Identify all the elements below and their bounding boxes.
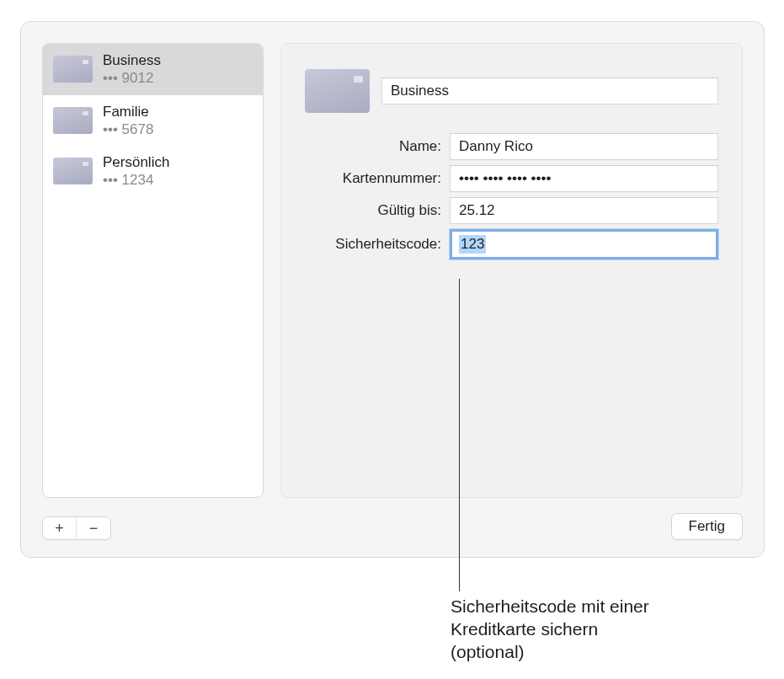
cvv-value: 123 <box>459 235 486 254</box>
card-list-item-familie[interactable]: Familie ••• 5678 <box>43 95 263 147</box>
add-remove-buttons: + − <box>42 516 111 540</box>
form-row-cvv: Sicherheitscode: 123 <box>305 229 718 259</box>
plus-icon: + <box>55 520 64 537</box>
cvv-label: Sicherheitscode: <box>305 236 441 253</box>
cvv-input-wrap: 123 <box>450 229 718 259</box>
expiry-input[interactable] <box>450 197 718 224</box>
minus-icon: − <box>89 520 99 537</box>
footer: + − Fertig <box>42 513 743 540</box>
main-area: Business ••• 9012 Familie ••• 5678 Persö… <box>42 43 743 498</box>
card-list-item-business[interactable]: Business ••• 9012 <box>43 44 263 95</box>
card-detail-pane: Name: Kartennummer: Gültig bis: Sicherhe… <box>280 43 743 498</box>
credit-card-icon <box>53 107 93 134</box>
card-title: Familie <box>103 103 153 120</box>
detail-header <box>305 69 718 113</box>
expiry-label: Gültig bis: <box>305 202 441 219</box>
name-label: Name: <box>305 138 441 155</box>
callout-text: Sicherheitscode mit einer Kreditkarte si… <box>451 596 669 664</box>
form-row-name: Name: <box>305 133 718 160</box>
credit-card-settings-window: Business ••• 9012 Familie ••• 5678 Persö… <box>20 21 765 558</box>
card-title: Business <box>103 51 161 69</box>
form-row-expiry: Gültig bis: <box>305 197 718 224</box>
card-masked-number: ••• 9012 <box>103 69 161 87</box>
remove-button[interactable]: − <box>77 517 110 539</box>
card-list-item-text: Business ••• 9012 <box>103 51 161 88</box>
card-list-item-text: Familie ••• 5678 <box>103 103 153 139</box>
name-input[interactable] <box>450 133 718 160</box>
number-label: Kartennummer: <box>305 170 441 187</box>
cvv-input[interactable]: 123 <box>450 229 718 259</box>
add-button[interactable]: + <box>43 517 77 539</box>
credit-card-icon <box>305 69 370 113</box>
card-label-input[interactable] <box>381 78 718 104</box>
card-masked-number: ••• 1234 <box>103 171 169 189</box>
credit-card-icon <box>53 158 93 184</box>
card-list-item-text: Persönlich ••• 1234 <box>103 153 169 190</box>
card-masked-number: ••• 5678 <box>103 120 153 138</box>
callout-leader-line <box>459 279 460 591</box>
credit-card-icon <box>53 56 93 83</box>
form-row-number: Kartennummer: <box>305 165 718 192</box>
card-title: Persönlich <box>103 153 169 171</box>
card-list-sidebar: Business ••• 9012 Familie ••• 5678 Persö… <box>42 43 264 498</box>
done-button[interactable]: Fertig <box>671 513 743 540</box>
card-list-item-persoenlich[interactable]: Persönlich ••• 1234 <box>43 146 263 197</box>
card-number-input[interactable] <box>450 165 718 192</box>
